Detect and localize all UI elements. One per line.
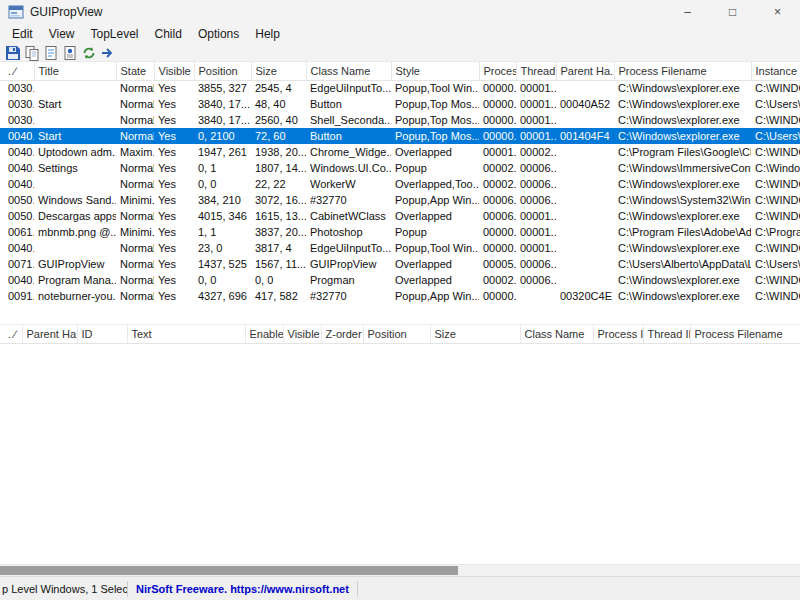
column-header[interactable]: Parent Ha... (556, 62, 614, 80)
table-row[interactable]: 0030...NormalYes3855, 3272545, 4EdgeUiIn… (0, 80, 800, 96)
cell: Yes (154, 128, 194, 144)
table-row[interactable]: 0040...Program Mana...NormalYes0, 00, 0P… (0, 272, 800, 288)
cell: 00000... (479, 112, 516, 128)
cell: Yes (154, 240, 194, 256)
column-header[interactable]: Parent Ha... (22, 325, 77, 343)
table-row[interactable]: 0040...Uptodown adm...Maxim...Yes1947, 2… (0, 144, 800, 160)
column-header[interactable]: Style (391, 62, 479, 80)
table-row[interactable]: 0050...Windows Sand...Minimi...Yes384, 2… (0, 192, 800, 208)
cell: Windows Sand... (34, 192, 116, 208)
column-header[interactable]: State (116, 62, 154, 80)
cell: Normal (116, 256, 154, 272)
menu-options[interactable]: Options (190, 25, 247, 43)
report-icon[interactable] (43, 45, 59, 61)
cell: Normal (116, 128, 154, 144)
column-header[interactable]: Instance F... (751, 62, 800, 80)
cell: 1, 1 (194, 224, 251, 240)
cell: 4327, 696 (194, 288, 251, 304)
menu-edit[interactable]: Edit (4, 25, 41, 43)
cell: Descargas apps (34, 208, 116, 224)
menu-toplevel[interactable]: TopLevel (82, 25, 146, 43)
table-row[interactable]: 0030...StartNormalYes3840, 17...48, 40Bu… (0, 96, 800, 112)
table-row[interactable]: 0071...GUIPropViewNormalYes1437, 5251567… (0, 256, 800, 272)
pane-splitter[interactable] (0, 304, 800, 324)
column-header[interactable]: Process ID (593, 325, 643, 343)
column-header[interactable]: ID (77, 325, 127, 343)
horizontal-scrollbar-thumb[interactable] (0, 566, 458, 575)
close-button[interactable]: × (755, 0, 800, 24)
table-row[interactable]: 0040...NormalYes0, 022, 22WorkerWOverlap… (0, 176, 800, 192)
column-header[interactable]: Class Name (306, 62, 391, 80)
cell: 00001... (516, 240, 556, 256)
column-header[interactable]: Title (34, 62, 116, 80)
cell: 00000... (479, 288, 516, 304)
properties-icon[interactable] (62, 45, 78, 61)
horizontal-scrollbar[interactable] (0, 564, 800, 576)
cell: 00006... (516, 176, 556, 192)
column-header[interactable]: Class Name (520, 325, 593, 343)
cell: Yes (154, 176, 194, 192)
column-header[interactable]: Text (127, 325, 245, 343)
table-row[interactable]: 0050...Descargas appsNormalYes4015, 3461… (0, 208, 800, 224)
column-header[interactable]: Proces... (479, 62, 516, 80)
cell: Uptodown adm... (34, 144, 116, 160)
column-header[interactable]: . ∕ (0, 62, 34, 80)
table-row[interactable]: 0040...StartNormalYes0, 210072, 60Button… (0, 128, 800, 144)
cell: 0061... (0, 224, 34, 240)
table-row[interactable]: 0091...noteburner-you...NormalYes4327, 6… (0, 288, 800, 304)
save-icon[interactable] (5, 45, 21, 61)
cell: 00001... (479, 144, 516, 160)
column-header[interactable]: Position (194, 62, 251, 80)
table-row[interactable]: 0040...SettingsNormalYes0, 11807, 14...W… (0, 160, 800, 176)
nirsoft-link[interactable]: NirSoft Freeware. https://www.nirsoft.ne… (128, 583, 357, 595)
cell (556, 144, 614, 160)
cell: Chrome_Widge... (306, 144, 391, 160)
column-header[interactable]: Visible (154, 62, 194, 80)
column-header[interactable]: Z-order (321, 325, 363, 343)
minimize-button[interactable]: – (665, 0, 710, 24)
cell: CabinetWClass (306, 208, 391, 224)
cell: Normal (116, 96, 154, 112)
cell: Overlapped (391, 208, 479, 224)
maximize-button[interactable]: □ (710, 0, 755, 24)
cell: 00001... (516, 112, 556, 128)
cell: C:\WINDO... (751, 176, 800, 192)
cell (556, 224, 614, 240)
menu-child[interactable]: Child (147, 25, 190, 43)
cell: Popup,Tool Win... (391, 240, 479, 256)
column-header[interactable]: Thread... (516, 62, 556, 80)
cell: 0, 2100 (194, 128, 251, 144)
column-header[interactable]: . ∕ (0, 325, 22, 343)
cell: 1437, 525 (194, 256, 251, 272)
menu-view[interactable]: View (41, 25, 83, 43)
column-header[interactable]: Size (430, 325, 520, 343)
cell (556, 80, 614, 96)
column-header[interactable]: Process Filename (690, 325, 800, 343)
cell: Popup (391, 160, 479, 176)
cell: C:\Windows\System32\Win... (614, 192, 751, 208)
column-header[interactable]: Thread ID (643, 325, 690, 343)
column-header[interactable]: Position (363, 325, 430, 343)
refresh-icon[interactable] (81, 45, 97, 61)
cell: 417, 582 (251, 288, 306, 304)
cell: 0071... (0, 256, 34, 272)
table-row[interactable]: 0030...NormalYes3840, 17...2560, 40Shell… (0, 112, 800, 128)
cell: Normal (116, 208, 154, 224)
copy-icon[interactable] (24, 45, 40, 61)
cell (556, 112, 614, 128)
column-header[interactable]: Process Filename (614, 62, 751, 80)
cell (556, 176, 614, 192)
cell: 00006... (516, 256, 556, 272)
cell: Yes (154, 192, 194, 208)
cell: 00002... (479, 176, 516, 192)
go-icon[interactable] (100, 45, 116, 61)
column-header[interactable]: Size (251, 62, 306, 80)
cell: 0040... (0, 128, 34, 144)
table-row[interactable]: 0061...mbnmb.png @...Minimi...Yes1, 1383… (0, 224, 800, 240)
column-header[interactable]: Visible (283, 325, 321, 343)
menu-help[interactable]: Help (247, 25, 288, 43)
cell: 0, 0 (251, 272, 306, 288)
table-row[interactable]: 0040...NormalYes23, 03817, 4EdgeUiInputT… (0, 240, 800, 256)
cell: Normal (116, 160, 154, 176)
column-header[interactable]: Enabled (245, 325, 283, 343)
